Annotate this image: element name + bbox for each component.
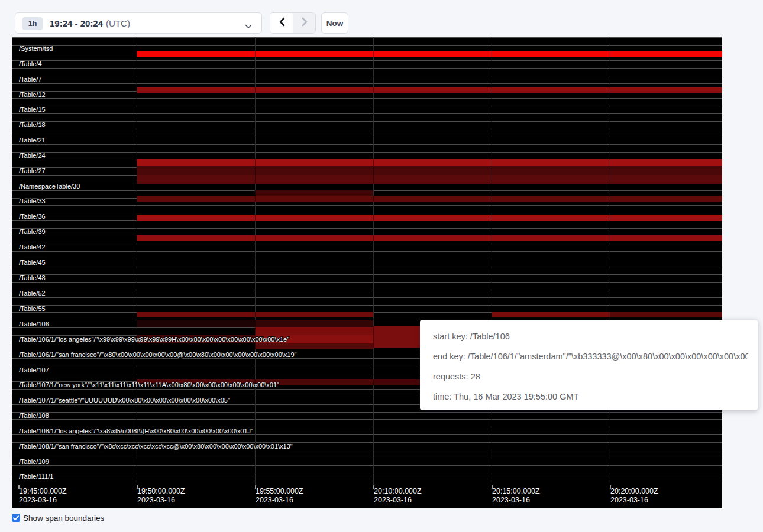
row-label: /Table/24 [19,152,46,159]
x-tick-date: 2023-03-16 [256,496,303,505]
time-nav-group [270,12,316,34]
span-boundary-line [12,106,722,106]
x-tick-date: 2023-03-16 [137,496,185,505]
span-boundary-line [12,68,722,69]
time-grid-line-overlay [255,37,256,485]
span-boundary-line [12,60,722,61]
span-boundary-line [12,297,722,298]
x-tick: 20:10:00.000Z2023-03-16 [374,487,422,505]
heat-band [137,51,722,57]
span-boundary-line [12,129,722,129]
tooltip-line: time: Thu, 16 Mar 2023 19:55:00 GMT [433,387,748,407]
next-time-button[interactable] [293,13,316,33]
row-label: /Table/21 [19,137,46,144]
checkmark-icon [13,515,19,521]
row-label: /Table/12 [19,91,46,98]
row-label: /Table/111/1 [19,473,53,480]
span-boundary-line [12,144,722,145]
cell-tooltip: start key: /Table/106end key: /Table/106… [420,320,758,410]
heat-band [137,196,722,202]
row-label: /Table/4 [19,60,42,67]
x-tick-time: 19:55:00.000Z [256,487,303,496]
duration-badge: 1h [22,17,43,30]
row-label: /Table/18 [19,121,46,128]
row-label: /Table/55 [19,305,46,312]
time-grid-line-overlay [610,37,610,485]
x-tick-time: 20:10:00.000Z [374,487,422,496]
heat-band [255,343,373,349]
span-boundary-line [12,121,722,122]
span-boundary-line [12,83,722,84]
heat-band [137,159,722,166]
time-grid-line-overlay [492,37,492,485]
row-label: /Table/42 [19,244,46,251]
row-label: /Table/27 [19,167,46,174]
row-label: /Table/106/1/"san francisco"/"\x80\x00\x… [19,351,297,358]
x-tick-date: 2023-03-16 [374,496,422,505]
show-span-boundaries-checkbox[interactable] [12,514,20,522]
row-label: /Table/33 [19,197,46,205]
heat-band [610,312,722,317]
row-label: /System/tsd [19,45,53,52]
chevron-left-icon [279,17,285,29]
time-grid-line-overlay [373,37,374,485]
time-range-selector[interactable]: 1h 19:24 - 20:24 (UTC) [15,12,262,34]
x-tick: 20:20:00.000Z2023-03-16 [610,487,658,505]
row-label: /Table/107 [19,366,49,374]
chevron-down-icon [245,21,252,31]
span-boundary-line [12,45,722,46]
heat-band [255,190,373,196]
x-tick: 19:45:00.000Z2023-03-16 [19,487,67,505]
span-boundary-line [12,282,722,283]
span-boundary-line [12,473,722,473]
row-label: /Table/107/1/"new york"/"\x11\x11\x11\x1… [19,381,279,388]
row-label: /Table/39 [19,228,46,235]
tooltip-line: requests: 28 [433,366,748,387]
key-visualizer-canvas[interactable]: /System/tsd/Table/4/Table/7/Table/12/Tab… [12,37,722,508]
row-label: /Table/106/1/"los angeles"/"\x99\x99\x99… [19,336,289,343]
row-label: /Table/108/1/"san francisco"/"\x8c\xcc\x… [19,443,293,450]
now-button[interactable]: Now [321,12,348,34]
row-label: /Table/52 [19,290,46,297]
row-label: /Table/7 [19,76,42,83]
row-label: /Table/109 [19,458,49,465]
heat-band [137,235,722,241]
x-tick-date: 2023-03-16 [610,496,658,505]
time-zone-label: (UTC) [106,18,130,28]
span-boundary-line [12,98,722,99]
heat-band [137,175,722,184]
time-grid-line-overlay [137,37,137,485]
row-label: /Table/15 [19,106,46,113]
checkbox-label: Show span boundaries [23,514,104,523]
span-boundary-line [12,213,722,213]
chevron-right-icon [302,17,308,29]
span-boundary-line [12,137,722,137]
span-boundary-line [12,37,722,38]
prev-time-button[interactable] [270,13,293,33]
span-boundary-line [12,259,722,259]
span-boundary-line [12,228,722,229]
row-label: /Table/48 [19,274,46,281]
heat-band [137,87,722,93]
span-boundary-line [12,458,722,458]
heat-band [255,327,373,335]
x-tick-time: 19:45:00.000Z [19,487,67,496]
span-boundary-line [12,290,722,290]
span-boundary-line [12,113,722,114]
tooltip-line: end key: /Table/106/1/"amsterdam"/"\xb33… [433,346,748,366]
x-tick-time: 20:15:00.000Z [492,487,540,496]
span-boundary-line [12,419,722,420]
span-boundary-line [12,152,722,153]
span-boundary-line [12,205,722,206]
footer: Show span boundaries [12,512,104,524]
x-tick: 19:50:00.000Z2023-03-16 [137,487,185,505]
row-label: /NamespaceTable/30 [19,183,80,190]
x-axis: 19:45:00.000Z2023-03-1619:50:00.000Z2023… [12,485,722,508]
span-boundary-line [12,412,722,413]
heat-band [137,166,722,175]
row-label: /Table/108 [19,412,49,419]
span-boundary-line [12,305,722,306]
row-label: /Table/106 [19,320,49,327]
span-boundary-line [12,76,722,76]
span-boundary-line [12,434,722,435]
